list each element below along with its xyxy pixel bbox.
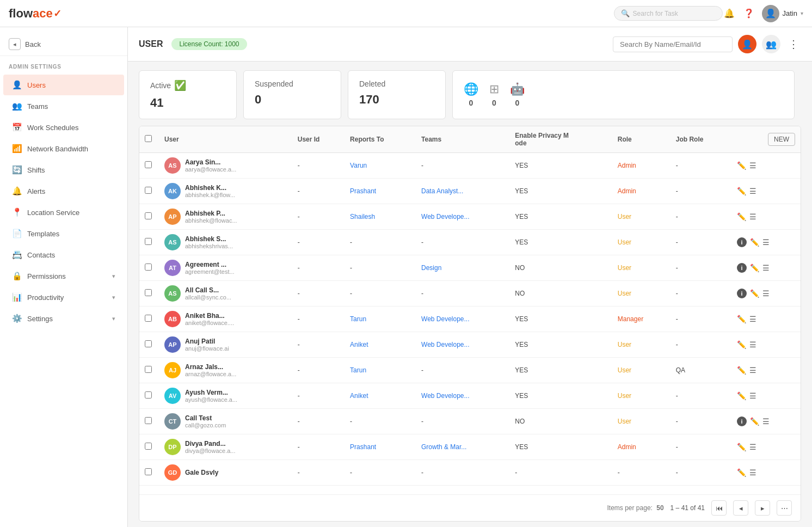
menu-icon[interactable]: ☰: [749, 212, 756, 221]
sidebar-item-location-service[interactable]: 📍 Location Service: [3, 202, 124, 223]
sidebar-item-alerts[interactable]: 🔔 Alerts: [3, 181, 124, 201]
deleted-count: 170: [359, 93, 434, 107]
active-users-view-button[interactable]: 👤: [738, 35, 756, 53]
user-menu[interactable]: 👤 Jatin ▾: [762, 5, 803, 22]
row-checkbox[interactable]: [145, 468, 152, 475]
sidebar: ◂ Back ADMIN SETTINGS 👤 Users 👥 Teams 📅 …: [0, 27, 128, 527]
teams: -: [416, 281, 509, 307]
user-id: -: [292, 332, 345, 358]
edit-icon[interactable]: ✏️: [750, 289, 759, 298]
user-cell: AT Agreement ... agreement@test...: [164, 260, 287, 276]
sidebar-item-templates[interactable]: 📄 Templates: [3, 223, 124, 244]
row-checkbox[interactable]: [145, 264, 152, 271]
user-email: agreement@test...: [185, 268, 235, 275]
platform-stat-card: 🌐 0 ⊞ 0 🤖 0: [452, 70, 795, 119]
select-all-checkbox[interactable]: [145, 135, 152, 142]
edit-icon[interactable]: ✏️: [737, 161, 746, 170]
menu-icon[interactable]: ☰: [749, 443, 756, 451]
edit-icon[interactable]: ✏️: [737, 187, 746, 195]
work-schedules-icon: 📅: [12, 122, 22, 132]
edit-icon[interactable]: ✏️: [737, 443, 746, 451]
info-button[interactable]: i: [737, 237, 747, 247]
row-checkbox[interactable]: [145, 366, 152, 373]
stats-row: Active ✅ 41 Suspended 0 Deleted 170 🌐 0 …: [139, 70, 801, 119]
row-checkbox[interactable]: [145, 161, 152, 168]
reports-to: Tarun: [345, 358, 416, 383]
row-checkbox[interactable]: [145, 289, 152, 296]
edit-icon[interactable]: ✏️: [750, 238, 759, 247]
all-users-view-button[interactable]: 👥: [762, 35, 780, 53]
col-privacy: Enable Privacy Mode: [509, 126, 612, 153]
user-id: -: [292, 230, 345, 255]
back-button[interactable]: ◂ Back: [0, 33, 127, 56]
info-button[interactable]: i: [737, 289, 747, 298]
menu-icon[interactable]: ☰: [762, 289, 770, 298]
edit-icon[interactable]: ✏️: [737, 366, 746, 375]
task-search[interactable]: 🔍 Search for Task: [614, 6, 723, 21]
teams: Web Develope...: [416, 204, 509, 230]
menu-icon[interactable]: ☰: [749, 391, 756, 400]
menu-icon[interactable]: ☰: [762, 264, 770, 272]
next-page-button[interactable]: ▸: [755, 500, 770, 516]
sidebar-item-permissions[interactable]: 🔒 Permissions ▾: [3, 266, 124, 286]
row-checkbox[interactable]: [145, 187, 152, 194]
prev-page-button[interactable]: ◂: [733, 500, 748, 516]
sidebar-item-teams[interactable]: 👥 Teams: [3, 96, 124, 117]
sidebar-item-users[interactable]: 👤 Users: [3, 75, 124, 95]
row-checkbox[interactable]: [145, 340, 152, 347]
menu-icon[interactable]: ☰: [762, 238, 770, 247]
new-user-button[interactable]: NEW: [768, 133, 795, 146]
privacy-mode: NO: [509, 255, 612, 281]
user-avatar: AJ: [164, 362, 181, 378]
user-name: Ayush Verm...: [185, 389, 237, 396]
edit-icon[interactable]: ✏️: [737, 340, 746, 349]
notifications-icon[interactable]: 🔔: [723, 7, 736, 20]
user-avatar: AP: [164, 209, 181, 225]
row-checkbox[interactable]: [145, 417, 152, 424]
row-checkbox[interactable]: [145, 443, 152, 450]
menu-icon[interactable]: ☰: [749, 366, 756, 375]
menu-icon[interactable]: ☰: [749, 315, 756, 323]
sidebar-item-work-schedules[interactable]: 📅 Work Schedules: [3, 117, 124, 138]
row-checkbox[interactable]: [145, 238, 152, 245]
menu-icon[interactable]: ☰: [749, 468, 756, 477]
sidebar-item-productivity[interactable]: 📊 Productivity ▾: [3, 287, 124, 308]
more-options-button[interactable]: ⋮: [786, 35, 801, 53]
job-role: -: [670, 255, 731, 281]
col-user: User: [159, 126, 292, 153]
row-checkbox[interactable]: [145, 315, 152, 322]
permissions-icon: 🔒: [12, 271, 22, 281]
row-checkbox[interactable]: [145, 391, 152, 399]
menu-icon[interactable]: ☰: [749, 340, 756, 349]
help-icon[interactable]: ❓: [742, 7, 755, 20]
search-users-input[interactable]: [613, 36, 733, 52]
chevron-down-icon: ▾: [801, 10, 803, 16]
edit-icon[interactable]: ✏️: [737, 212, 746, 221]
user-info: Anuj Patil anuj@flowace.ai: [185, 338, 229, 352]
edit-icon[interactable]: ✏️: [737, 315, 746, 323]
menu-icon[interactable]: ☰: [762, 417, 770, 426]
sidebar-item-settings[interactable]: ⚙️ Settings ▾: [3, 308, 124, 329]
row-checkbox[interactable]: [145, 212, 152, 219]
edit-icon[interactable]: ✏️: [737, 468, 746, 477]
info-button[interactable]: i: [737, 263, 747, 273]
first-page-button[interactable]: ⏮: [711, 500, 727, 516]
table-scroll: User User Id Reports To Teams Enable Pri…: [139, 126, 801, 494]
info-button[interactable]: i: [737, 416, 747, 426]
sidebar-item-network-bandwidth[interactable]: 📶 Network Bandwidth: [3, 138, 124, 159]
edit-icon[interactable]: ✏️: [750, 417, 759, 426]
table-row: AP Anuj Patil anuj@flowace.ai - Aniket W…: [139, 332, 801, 358]
search-icon: 🔍: [621, 9, 630, 17]
android-icon: 🤖: [510, 82, 525, 96]
page-title: USER: [139, 39, 163, 49]
sidebar-item-contacts[interactable]: 📇 Contacts: [3, 244, 124, 265]
edit-icon[interactable]: ✏️: [737, 391, 746, 400]
user-avatar: DP: [164, 439, 181, 455]
edit-icon[interactable]: ✏️: [750, 264, 759, 272]
last-page-button[interactable]: ⋯: [777, 500, 792, 516]
user-cell: AS Abhishek S... abhishekshrivas...: [164, 234, 287, 250]
menu-icon[interactable]: ☰: [749, 161, 756, 170]
sidebar-item-shifts[interactable]: 🔄 Shifts: [3, 160, 124, 180]
role: User: [612, 409, 670, 434]
menu-icon[interactable]: ☰: [749, 187, 756, 195]
